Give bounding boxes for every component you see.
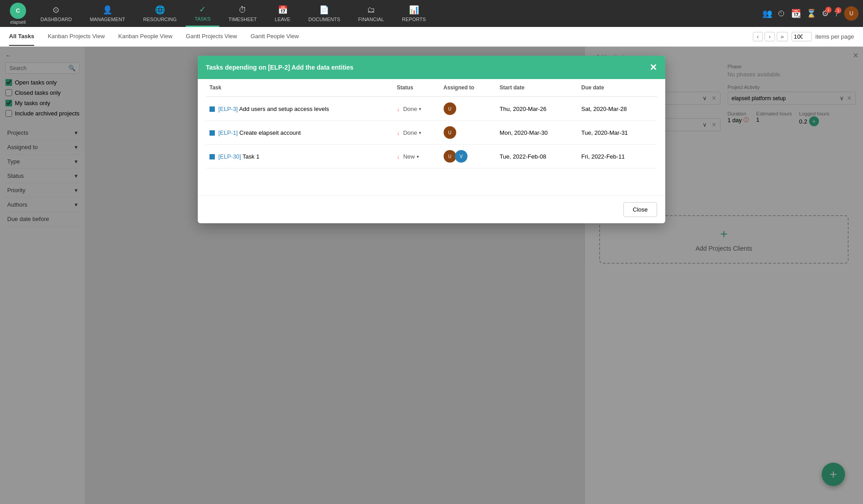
- avatar-2: U: [444, 126, 456, 139]
- nav-financial[interactable]: 🗂 FINANCIAL: [349, 0, 393, 27]
- help-badge: 1: [835, 7, 841, 13]
- tab-gantt-people[interactable]: Gantt People View: [250, 27, 298, 46]
- assigned-cell-3: U V: [440, 145, 496, 168]
- assigned-cell-2: U: [440, 121, 496, 145]
- avatar-3a: U: [444, 150, 456, 163]
- logo-text: elapseit: [10, 20, 26, 25]
- resourcing-icon: 🌐: [155, 5, 165, 15]
- col-task: Task: [206, 79, 393, 97]
- help-icon[interactable]: ? 1: [834, 9, 839, 18]
- settings-icon[interactable]: ⚙ 1: [822, 9, 829, 18]
- reports-icon: 📊: [409, 5, 419, 15]
- items-per-page-input[interactable]: [792, 32, 812, 41]
- leave-icon: 📅: [278, 5, 288, 15]
- tab-all-tasks[interactable]: All Tasks: [9, 27, 34, 46]
- task-cell-3: [ELP-30] Task 1: [206, 145, 393, 168]
- last-arrow[interactable]: »: [777, 32, 788, 41]
- people-icon[interactable]: 👥: [762, 9, 772, 18]
- due-date-cell-2: Tue, 2020-Mar-31: [578, 121, 657, 145]
- col-start-date: Start date: [496, 79, 578, 97]
- right-icons: 👥 ⏲ 📆 ⌛ ⚙ 1 ? 1 U: [762, 6, 859, 21]
- nav-leave[interactable]: 📅 LEAVE: [266, 0, 299, 27]
- task-id-2[interactable]: [ELP-1]: [218, 129, 238, 136]
- start-date-cell-1: Thu, 2020-Mar-26: [496, 97, 578, 121]
- user-avatar[interactable]: U: [844, 6, 859, 21]
- financial-icon: 🗂: [367, 5, 375, 15]
- items-per-page-label: items per page: [815, 33, 854, 40]
- start-date-cell-3: Tue, 2022-Feb-08: [496, 145, 578, 168]
- task-cell-2: [ELP-1] Create elapseit account: [206, 121, 393, 145]
- col-assigned: Assigned to: [440, 79, 496, 97]
- modal-close-footer-button[interactable]: Close: [623, 202, 657, 217]
- task-name-1: Add users and setup access levels: [239, 106, 329, 112]
- next-arrow[interactable]: ›: [765, 32, 774, 41]
- avatar-1: U: [444, 102, 456, 115]
- table-row: [ELP-3] Add users and setup access level…: [206, 97, 657, 121]
- nav-documents[interactable]: 📄 DOCUMENTS: [299, 0, 349, 27]
- logo-circle: C: [10, 3, 26, 19]
- table-row: [ELP-30] Task 1 ↓ New ▾: [206, 145, 657, 168]
- prev-arrow[interactable]: ‹: [753, 32, 763, 41]
- nav-management[interactable]: 👤 MANAGEMENT: [81, 0, 134, 27]
- settings-badge: 1: [825, 7, 832, 13]
- dashboard-icon: ⊙: [53, 5, 59, 15]
- priority-icon-3: ↓: [397, 153, 400, 160]
- management-icon: 👤: [102, 5, 112, 15]
- assigned-cell-1: U: [440, 97, 496, 121]
- app-logo[interactable]: C elapseit: [4, 3, 31, 25]
- nav-items: ⊙ DASHBOARD 👤 MANAGEMENT 🌐 RESOURCING ✓ …: [31, 0, 762, 27]
- status-chevron-2: ▾: [419, 130, 421, 135]
- tab-kanban-projects[interactable]: Kanban Projects View: [48, 27, 105, 46]
- pagination-controls: ‹ › » items per page: [753, 32, 854, 41]
- modal-overlay: Tasks depending on [ELP-2] Add the data …: [0, 47, 863, 504]
- nav-resourcing[interactable]: 🌐 RESOURCING: [134, 0, 186, 27]
- dependent-tasks-modal: Tasks depending on [ELP-2] Add the data …: [198, 56, 665, 223]
- start-date-cell-2: Mon, 2020-Mar-30: [496, 121, 578, 145]
- tab-bar: All Tasks Kanban Projects View Kanban Pe…: [0, 27, 863, 47]
- timesheet-icon: ⏱: [239, 5, 247, 15]
- nav-timesheet[interactable]: ⏱ TIMESHEET: [219, 0, 266, 27]
- dependent-tasks-table: Task Status Assigned to Start date Due d…: [206, 79, 657, 168]
- status-cell-2: ↓ Done ▾: [393, 121, 440, 145]
- status-chevron-1: ▾: [419, 106, 421, 111]
- status-badge-2[interactable]: Done ▾: [403, 129, 421, 136]
- avatar-3b: V: [455, 150, 467, 163]
- documents-icon: 📄: [319, 5, 329, 15]
- task-id-1[interactable]: [ELP-3]: [218, 106, 238, 112]
- timer-icon[interactable]: ⏲: [778, 9, 786, 18]
- modal-body: Task Status Assigned to Start date Due d…: [198, 79, 665, 168]
- nav-arrows: ‹ › »: [753, 32, 788, 41]
- modal-header: Tasks depending on [ELP-2] Add the data …: [198, 56, 665, 79]
- calendar-icon[interactable]: 📆: [791, 9, 801, 18]
- tab-gantt-projects[interactable]: Gantt Projects View: [186, 27, 237, 46]
- task-type-icon-1: [209, 106, 215, 112]
- priority-icon-1: ↓: [397, 106, 400, 112]
- nav-dashboard[interactable]: ⊙ DASHBOARD: [31, 0, 81, 27]
- task-cell-1: [ELP-3] Add users and setup access level…: [206, 97, 393, 121]
- col-due-date: Due date: [578, 79, 657, 97]
- nav-reports[interactable]: 📊 REPORTS: [393, 0, 435, 27]
- col-status: Status: [393, 79, 440, 97]
- task-type-icon-3: [209, 154, 215, 159]
- tasks-icon: ✓: [199, 4, 206, 14]
- task-id-3[interactable]: [ELP-30]: [218, 153, 241, 160]
- table-row: [ELP-1] Create elapseit account ↓ Done ▾: [206, 121, 657, 145]
- modal-footer: Close: [198, 195, 665, 223]
- modal-title: Tasks depending on [ELP-2] Add the data …: [206, 64, 353, 71]
- task-name-3: Task 1: [243, 153, 260, 160]
- task-type-icon-2: [209, 130, 215, 136]
- nav-tasks[interactable]: ✓ TASKS: [186, 0, 219, 27]
- top-navigation: C elapseit ⊙ DASHBOARD 👤 MANAGEMENT 🌐 RE…: [0, 0, 863, 27]
- status-cell-3: ↓ New ▾: [393, 145, 440, 168]
- main-layout: ← 🔍 Open tasks only Closed tasks only My…: [0, 47, 863, 504]
- status-cell-1: ↓ Done ▾: [393, 97, 440, 121]
- task-name-2: Create elapseit account: [240, 129, 301, 136]
- modal-close-button[interactable]: ✕: [649, 62, 657, 73]
- hourglass-icon[interactable]: ⌛: [806, 9, 816, 18]
- priority-icon-2: ↓: [397, 129, 400, 136]
- status-badge-3[interactable]: New ▾: [403, 153, 419, 160]
- status-badge-1[interactable]: Done ▾: [403, 106, 421, 112]
- status-chevron-3: ▾: [417, 154, 419, 159]
- due-date-cell-1: Sat, 2020-Mar-28: [578, 97, 657, 121]
- tab-kanban-people[interactable]: Kanban People View: [118, 27, 172, 46]
